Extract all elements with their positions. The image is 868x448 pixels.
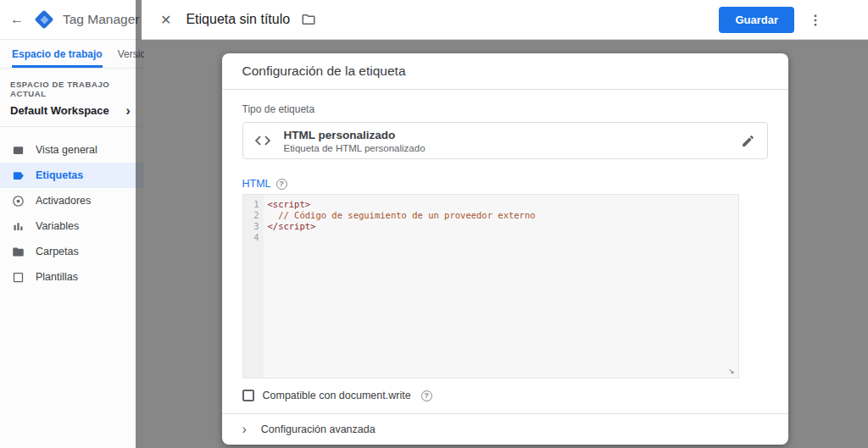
code-line: </script> bbox=[268, 221, 536, 232]
html-code-editor[interactable]: 1 2 3 4 <script> // Código de seguimient… bbox=[242, 194, 739, 379]
move-to-folder-icon[interactable] bbox=[301, 12, 316, 27]
code-line bbox=[268, 232, 536, 243]
card-body: Tipo de etiqueta HTML personalizado Etiq… bbox=[222, 90, 788, 413]
tag-editor-content: Configuración de la etiqueta Tipo de eti… bbox=[142, 40, 868, 448]
line-number: 4 bbox=[243, 232, 259, 243]
sidebar-item-label: Plantillas bbox=[36, 271, 78, 283]
variables-icon bbox=[12, 220, 25, 233]
document-write-label: Compatible con document.write bbox=[263, 390, 411, 401]
document-write-row: Compatible con document.write ? bbox=[242, 390, 768, 401]
tag-editor-panel: ✕ Etiqueta sin título Guardar ⋮ Configur… bbox=[142, 0, 868, 448]
sidebar-item-label: Vista general bbox=[36, 144, 97, 156]
tag-icon bbox=[12, 169, 25, 182]
overview-icon bbox=[12, 144, 25, 157]
line-number-gutter: 1 2 3 4 bbox=[243, 195, 264, 378]
trigger-icon bbox=[12, 195, 25, 207]
sidebar-nav: Vista general Etiquetas Activadores Vari… bbox=[0, 127, 144, 290]
html-field-label: HTML bbox=[242, 178, 271, 190]
sidebar-item-carpetas[interactable]: Carpetas bbox=[0, 239, 144, 264]
workspace-name: Default Workspace bbox=[10, 104, 109, 117]
line-number: 2 bbox=[243, 210, 259, 221]
tab-espacio-de-trabajo[interactable]: Espacio de trabajo bbox=[12, 40, 103, 68]
tag-manager-logo-icon bbox=[34, 9, 54, 30]
code-brackets-icon bbox=[253, 131, 272, 150]
tag-config-card: Configuración de la etiqueta Tipo de eti… bbox=[222, 53, 788, 445]
sidebar-item-label: Carpetas bbox=[36, 246, 79, 257]
code-area[interactable]: <script> // Código de seguimiento de un … bbox=[264, 195, 536, 378]
app-title: Tag Manager bbox=[63, 12, 139, 27]
sidebar-item-etiquetas[interactable]: Etiquetas bbox=[0, 163, 144, 188]
tag-editor-topbar: ✕ Etiqueta sin título Guardar ⋮ bbox=[142, 0, 868, 40]
workspace-selector[interactable]: Default Workspace › bbox=[0, 101, 144, 127]
tag-type-texts: HTML personalizado Etiqueta de HTML pers… bbox=[284, 129, 729, 153]
tag-type-selector[interactable]: HTML personalizado Etiqueta de HTML pers… bbox=[242, 122, 768, 159]
overlay-scrim: ✕ Etiqueta sin título Guardar ⋮ Configur… bbox=[136, 0, 868, 448]
html-field-header: HTML ? bbox=[242, 178, 768, 190]
line-number: 3 bbox=[243, 221, 259, 232]
template-icon bbox=[12, 271, 25, 284]
sidebar-item-activadores[interactable]: Activadores bbox=[0, 188, 144, 213]
back-arrow-icon[interactable]: ← bbox=[8, 12, 25, 27]
document-write-checkbox[interactable] bbox=[242, 390, 254, 401]
help-icon[interactable]: ? bbox=[276, 179, 287, 190]
sidebar-item-label: Etiquetas bbox=[36, 169, 83, 181]
tag-type-description: Etiqueta de HTML personalizado bbox=[284, 143, 729, 153]
screen: ← Tag Manager Espacio de trabajo Version… bbox=[0, 0, 868, 448]
chevron-right-icon: › bbox=[242, 424, 247, 434]
line-number: 1 bbox=[243, 199, 259, 210]
code-line: // Código de seguimiento de un proveedor… bbox=[268, 210, 536, 221]
tag-type-section-label: Tipo de etiqueta bbox=[242, 103, 768, 115]
kebab-menu-icon[interactable]: ⋮ bbox=[805, 12, 826, 28]
code-line: <script> bbox=[268, 199, 536, 210]
tag-title: Etiqueta sin título bbox=[186, 12, 290, 27]
close-icon[interactable]: ✕ bbox=[157, 10, 175, 30]
resize-handle-icon[interactable]: ↘ bbox=[728, 365, 734, 376]
sidebar-item-plantillas[interactable]: Plantillas bbox=[0, 264, 144, 290]
folder-icon bbox=[12, 246, 25, 258]
advanced-settings-toggle[interactable]: › Configuración avanzada bbox=[222, 413, 788, 445]
workspace-tabs: Espacio de trabajo Versiones bbox=[0, 40, 144, 69]
sidebar-item-label: Variables bbox=[36, 220, 79, 232]
sidebar-item-variables[interactable]: Variables bbox=[0, 213, 144, 239]
current-workspace-section-label: ESPACIO DE TRABAJO ACTUAL bbox=[0, 69, 144, 101]
advanced-settings-label: Configuración avanzada bbox=[261, 423, 376, 435]
chevron-right-icon: › bbox=[125, 106, 134, 116]
card-title: Configuración de la etiqueta bbox=[222, 53, 788, 90]
sidebar: ← Tag Manager Espacio de trabajo Version… bbox=[0, 0, 144, 448]
save-button[interactable]: Guardar bbox=[719, 7, 794, 33]
sidebar-item-label: Activadores bbox=[36, 195, 91, 207]
sidebar-item-vista-general[interactable]: Vista general bbox=[0, 137, 144, 163]
edit-pencil-icon[interactable] bbox=[741, 134, 755, 148]
help-icon[interactable]: ? bbox=[421, 390, 432, 401]
tag-type-name: HTML personalizado bbox=[284, 129, 729, 141]
sidebar-header: ← Tag Manager bbox=[0, 0, 144, 40]
